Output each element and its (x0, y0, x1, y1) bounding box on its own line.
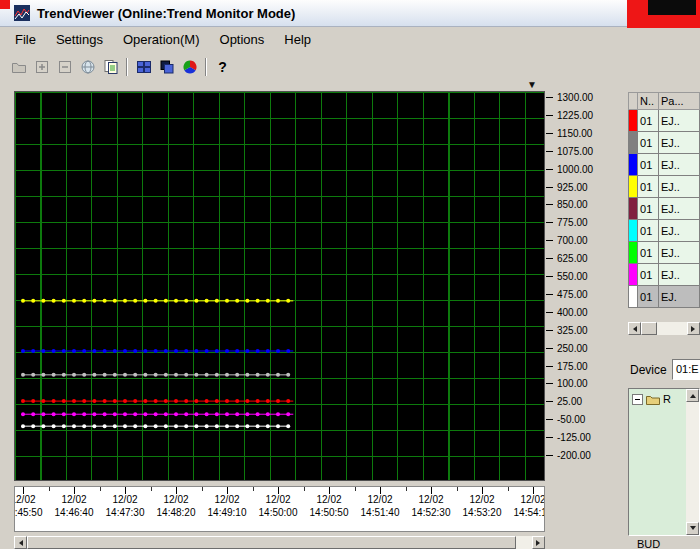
pen-parameter: EJ.. (658, 220, 699, 242)
time-cursor-marker[interactable]: ▼ (527, 79, 537, 90)
chart-hscroll-track[interactable] (27, 536, 532, 549)
y-axis-tick (546, 383, 553, 384)
legend-row[interactable]: 01EJ.. (629, 242, 700, 264)
trend-pen-red (21, 399, 293, 403)
help-button[interactable]: ? (211, 56, 234, 78)
legend-scroll-right-button[interactable] (687, 322, 700, 335)
globe-button[interactable] (76, 56, 99, 78)
tree-vscrollbar (686, 389, 699, 535)
menu-help[interactable]: Help (274, 29, 321, 51)
menu-settings[interactable]: Settings (46, 29, 113, 51)
title-bar[interactable]: TrendViewer (Online:Trend Monitor Mode) (0, 0, 627, 27)
trend-pen-magenta (21, 412, 293, 416)
pen-number: 01 (638, 264, 659, 286)
x-axis-time-label: 14:52:30 (412, 507, 451, 518)
pen-number: 01 (638, 286, 659, 308)
legend-hscroll-thumb[interactable] (641, 322, 657, 335)
color-settings-button[interactable] (178, 56, 201, 78)
parameter-tree-panel: R (628, 388, 700, 536)
trend-pen-blue (21, 349, 293, 353)
scroll-down-button[interactable] (686, 522, 699, 535)
device-select[interactable]: 01:E (672, 359, 700, 380)
help-icon: ? (218, 59, 227, 75)
x-axis-date-label: 12/02 (214, 494, 239, 505)
legend-scroll-left-button[interactable] (628, 322, 641, 335)
y-axis-tick (546, 133, 553, 134)
x-axis-tick (329, 487, 330, 494)
pen-number: 01 (638, 176, 659, 198)
pen-parameter: EJ.. (658, 264, 699, 286)
pen-number: 01 (638, 154, 659, 176)
tree-node-root[interactable]: R (632, 393, 671, 405)
menu-file[interactable]: File (5, 29, 46, 51)
y-axis-tick (546, 169, 553, 170)
menu-operationm[interactable]: Operation(M) (113, 29, 210, 51)
scroll-up-button[interactable] (686, 389, 699, 402)
y-axis-label: 475.00 (557, 289, 588, 300)
x-axis-tick (508, 487, 509, 491)
trend-plot[interactable] (14, 91, 545, 481)
chart-hscrollbar (14, 536, 545, 549)
legend-row[interactable]: 01EJ.. (629, 198, 700, 220)
toolbar-separator (205, 58, 207, 76)
right-arrow-icon (536, 540, 543, 546)
x-axis-tick (304, 487, 305, 491)
cascade-windows-button[interactable] (155, 56, 178, 78)
scroll-left-button[interactable] (14, 536, 27, 549)
parameter-column-header: Pa... (658, 93, 699, 110)
x-axis-date-label: 12/02 (14, 494, 36, 505)
y-axis-label: 175.00 (557, 361, 588, 372)
x-axis: 12/0214:45:5012/0214:46:4012/0214:47:301… (14, 486, 545, 532)
zoom-out-icon (57, 59, 73, 75)
y-axis-tick (546, 294, 553, 295)
legend-row[interactable]: 01EJ.. (629, 264, 700, 286)
down-arrow-icon (690, 526, 696, 533)
color-column-header (629, 93, 638, 110)
y-axis-tick (546, 312, 553, 313)
color-settings-icon (182, 59, 198, 75)
legend-row[interactable]: 01EJ.. (629, 110, 700, 132)
legend-row[interactable]: 01EJ.. (629, 176, 700, 198)
x-axis-time-label: 14:53:20 (463, 507, 502, 518)
legend-hscroll-track[interactable] (641, 322, 687, 335)
y-axis-label: 625.00 (557, 253, 588, 264)
y-axis-tick (546, 455, 553, 456)
y-axis-label: -50.00 (557, 414, 585, 425)
y-axis-label: 775.00 (557, 217, 588, 228)
legend-hscrollbar (628, 322, 700, 335)
legend-row[interactable]: 01EJ. (629, 286, 700, 308)
y-axis-label: 100.00 (557, 378, 588, 389)
y-axis-tick (546, 240, 553, 241)
tree-vscroll-track[interactable] (686, 402, 699, 522)
menu-options[interactable]: Options (210, 29, 275, 51)
legend-row[interactable]: 01EJ.. (629, 220, 700, 242)
y-axis-tick (546, 204, 553, 205)
y-axis-tick (546, 222, 553, 223)
chart-hscroll-thumb[interactable] (27, 536, 516, 549)
background-window-fragment (648, 0, 696, 15)
y-axis-tick (546, 151, 553, 152)
y-axis-label: 550.00 (557, 271, 588, 282)
legend-row[interactable]: 01EJ.. (629, 154, 700, 176)
x-axis-tick (457, 487, 458, 491)
x-axis-date-label: 12/02 (520, 494, 545, 505)
copy-trend-button[interactable] (99, 56, 122, 78)
up-arrow-icon (690, 391, 696, 398)
pen-color-swatch (629, 264, 638, 286)
zoom-out-button[interactable] (53, 56, 76, 78)
x-axis-tick (176, 487, 177, 494)
pen-parameter: EJ.. (658, 198, 699, 220)
legend-row[interactable]: 01EJ.. (629, 132, 700, 154)
menu-bar: FileSettingsOperation(M)OptionsHelp (0, 28, 700, 52)
scroll-right-button[interactable] (532, 536, 545, 549)
open-folder-button[interactable] (7, 56, 30, 78)
x-axis-tick (227, 487, 228, 494)
x-axis-date-label: 12/02 (112, 494, 137, 505)
tile-windows-button[interactable] (132, 56, 155, 78)
tile-windows-icon (136, 59, 152, 75)
tree-collapse-icon[interactable] (632, 394, 643, 405)
y-axis-label: 325.00 (557, 325, 588, 336)
x-axis-tick (151, 487, 152, 491)
zoom-in-button[interactable] (30, 56, 53, 78)
legend-table: N.. Pa... 01EJ..01EJ..01EJ..01EJ..01EJ..… (628, 92, 700, 308)
